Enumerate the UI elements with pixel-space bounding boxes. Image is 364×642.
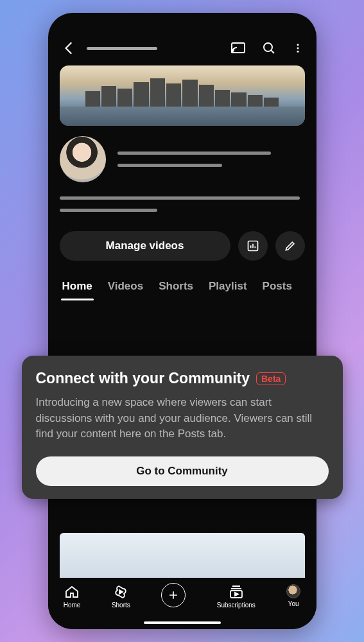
subscriptions-icon [229,584,244,600]
svg-point-4 [297,48,299,49]
nav-home[interactable]: Home [64,584,81,609]
tab-home[interactable]: Home [61,275,100,300]
go-to-community-button[interactable]: Go to Community [36,456,329,486]
promo-title: Connect with your Community [36,370,250,387]
svg-point-3 [297,44,299,46]
nav-shorts-label: Shorts [112,602,130,609]
avatar[interactable] [60,136,106,182]
you-avatar-icon [286,584,300,598]
analytics-icon [247,239,259,252]
tab-videos[interactable]: Videos [100,275,151,300]
channel-tabs: Home Videos Shorts Playlist Posts [60,275,305,300]
video-thumbnail[interactable] [60,533,305,584]
tab-posts[interactable]: Posts [255,275,300,300]
plus-icon [161,583,186,607]
more-icon[interactable] [292,40,304,56]
promo-description: Introducing a new space where viewers ca… [36,395,329,442]
phone-frame: Manage videos Home Videos Shorts Playlis… [48,13,316,629]
beta-badge: Beta [256,372,286,385]
back-icon[interactable] [61,40,78,56]
home-icon [64,584,80,600]
nav-create[interactable] [161,584,186,607]
channel-banner[interactable] [60,65,305,126]
cast-icon[interactable] [230,40,246,56]
title-placeholder [87,47,157,50]
manage-videos-button[interactable]: Manage videos [60,231,230,261]
nav-shorts[interactable]: Shorts [112,584,130,609]
nav-you-label: You [288,600,299,607]
edit-button[interactable] [275,231,305,261]
nav-subscriptions-label: Subscriptions [217,602,256,609]
analytics-button[interactable] [238,231,268,261]
profile-row [60,136,305,182]
profile-text-placeholder [117,136,305,182]
top-app-bar [48,13,316,65]
search-icon[interactable] [261,40,277,56]
action-row: Manage videos [60,231,305,261]
svg-point-2 [264,43,272,51]
svg-point-5 [297,51,299,53]
tab-playlist[interactable]: Playlist [201,275,255,300]
community-promo-card: Connect with your Community Beta Introdu… [22,356,343,499]
home-indicator [144,621,221,624]
svg-point-1 [232,51,233,53]
nav-you[interactable]: You [286,584,300,607]
channel-content: Manage videos Home Videos Shorts Playlis… [48,65,316,300]
description-placeholder [60,196,305,212]
nav-subscriptions[interactable]: Subscriptions [217,584,256,609]
nav-home-label: Home [64,602,81,609]
shorts-icon [113,584,128,600]
tab-shorts[interactable]: Shorts [151,275,201,300]
pencil-icon [284,239,297,252]
